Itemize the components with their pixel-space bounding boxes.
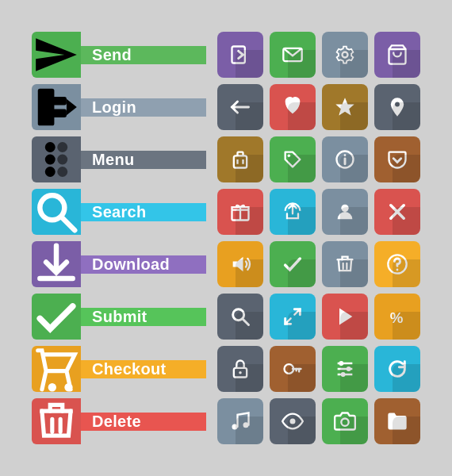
icon-luggage[interactable]	[217, 136, 263, 182]
icon-key[interactable]	[270, 346, 316, 392]
icon-location[interactable]	[374, 84, 420, 130]
icon-tag[interactable]	[270, 136, 316, 182]
icon-trash[interactable]	[322, 241, 368, 287]
icon-camera[interactable]	[322, 398, 368, 444]
svg-point-39	[239, 371, 242, 374]
icon-percent[interactable]: %	[374, 294, 420, 340]
icon-upload[interactable]	[270, 189, 316, 235]
delete-icon	[32, 398, 81, 444]
icon-heart[interactable]	[270, 84, 316, 130]
svg-marker-36	[339, 309, 352, 325]
download-icon	[32, 241, 81, 287]
icon-info[interactable]	[322, 136, 368, 182]
icon-lock[interactable]	[217, 346, 263, 392]
icon-expand[interactable]	[270, 294, 316, 340]
icon-user2[interactable]	[322, 189, 368, 235]
login-icon	[32, 84, 81, 130]
icon-speaker[interactable]	[217, 241, 263, 287]
svg-marker-29	[233, 257, 243, 272]
svg-point-4	[45, 142, 56, 152]
svg-point-26	[341, 205, 348, 212]
send-icon	[32, 32, 81, 78]
icon-close[interactable]	[374, 189, 420, 235]
btn-delete[interactable]: Delete	[32, 398, 206, 444]
menu-icon	[32, 136, 81, 182]
icon-music[interactable]	[217, 398, 263, 444]
svg-rect-1	[46, 97, 67, 105]
icon-question[interactable]	[374, 241, 420, 287]
btn-submit[interactable]: Submit	[32, 294, 206, 340]
svg-marker-15	[335, 98, 354, 115]
btn-send[interactable]: Send	[32, 32, 206, 78]
svg-point-20	[288, 155, 291, 158]
icons-grid: %	[217, 32, 420, 444]
download-label: Download	[81, 255, 206, 274]
svg-line-33	[243, 320, 249, 325]
btn-menu[interactable]: Menu	[32, 136, 206, 182]
main-container: Send Login Menu Search Download Submit C…	[16, 16, 436, 460]
icon-cart[interactable]	[374, 32, 420, 78]
svg-point-23	[344, 154, 347, 156]
svg-rect-17	[234, 155, 247, 167]
svg-marker-3	[67, 99, 77, 116]
search-label: Search	[81, 203, 206, 221]
checkout-icon	[32, 346, 81, 392]
svg-point-49	[341, 372, 346, 377]
svg-point-16	[395, 102, 400, 107]
icon-play[interactable]	[322, 294, 368, 340]
svg-line-11	[63, 218, 75, 231]
btn-checkout[interactable]: Checkout	[32, 346, 206, 392]
svg-point-7	[57, 155, 67, 165]
svg-point-6	[45, 155, 56, 165]
svg-point-31	[396, 269, 399, 271]
icon-check[interactable]	[270, 241, 316, 287]
checkout-label: Checkout	[81, 360, 206, 378]
icon-back-arrow[interactable]	[217, 84, 263, 130]
icon-eye[interactable]	[270, 398, 316, 444]
svg-point-51	[243, 422, 249, 428]
svg-point-8	[45, 167, 56, 177]
menu-label: Menu	[81, 151, 206, 169]
svg-point-14	[343, 52, 348, 58]
svg-point-52	[290, 419, 296, 424]
btn-login[interactable]: Login	[32, 84, 206, 130]
icon-arrow-in[interactable]	[217, 32, 263, 78]
svg-point-9	[57, 167, 67, 177]
icon-star[interactable]	[322, 84, 368, 130]
btn-download[interactable]: Download	[32, 241, 206, 287]
search-icon	[32, 189, 81, 235]
submit-label: Submit	[81, 308, 206, 326]
icon-gear[interactable]	[322, 32, 368, 78]
svg-point-53	[341, 419, 348, 426]
icon-gift[interactable]	[217, 189, 263, 235]
delete-label: Delete	[81, 413, 206, 431]
login-label: Login	[81, 98, 206, 117]
icon-pocket[interactable]	[374, 136, 420, 182]
submit-icon	[32, 294, 81, 340]
buttons-column: Send Login Menu Search Download Submit C…	[32, 32, 206, 444]
svg-rect-2	[46, 109, 67, 117]
icon-mail[interactable]	[270, 32, 316, 78]
icon-refresh[interactable]	[374, 346, 420, 392]
svg-point-47	[339, 361, 343, 366]
svg-text:%: %	[390, 309, 404, 326]
svg-point-5	[57, 142, 67, 152]
icon-folder[interactable]	[374, 398, 420, 444]
svg-rect-0	[38, 89, 55, 126]
icon-zoom[interactable]	[217, 294, 263, 340]
send-label: Send	[81, 46, 206, 64]
svg-point-48	[347, 367, 351, 371]
icon-sliders[interactable]	[322, 346, 368, 392]
btn-search[interactable]: Search	[32, 189, 206, 235]
svg-point-50	[232, 424, 238, 430]
